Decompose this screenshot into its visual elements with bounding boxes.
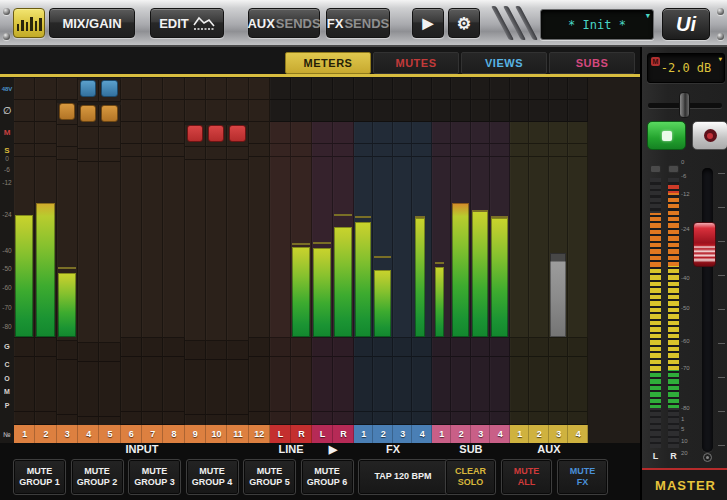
row-label: -60 [0, 285, 14, 292]
master-fader[interactable] [693, 222, 716, 267]
level-meter-bar [313, 248, 331, 337]
peak-hold-indicator [491, 216, 508, 218]
mute-group-6-button[interactable]: MUTEGROUP 6 [301, 459, 354, 495]
channel-strip-input-7: 7 [142, 78, 163, 443]
channel-number: 3 [57, 425, 78, 443]
master-scale-label: -6 [681, 173, 686, 179]
channel-strip-input-4: 4 [78, 78, 99, 443]
toolbar: MIX/GAIN EDIT AUXSENDS FXSENDS ▶ ⚙ * Ini… [0, 0, 727, 47]
level-meter-bar [15, 215, 33, 337]
channel-strip-input-5: 5 [99, 78, 120, 443]
mute-button[interactable] [208, 125, 224, 142]
tab-meters[interactable]: METERS [285, 52, 371, 74]
channel-number: 3 [393, 425, 413, 443]
master-scale-label: -60 [681, 338, 690, 344]
channel-strip-fx-4: 4 [412, 78, 432, 443]
tab-subs[interactable]: SUBS [549, 52, 635, 74]
master-mute-indicator: M [651, 57, 660, 66]
phantom-48v-button[interactable] [80, 80, 96, 97]
channel-number: R [291, 425, 312, 443]
channel-number: 12 [249, 425, 270, 443]
balance-slider-handle[interactable] [679, 92, 690, 118]
master-level-display[interactable]: M -2.0 dB ▼ [647, 53, 725, 83]
channel-number: 2 [451, 425, 471, 443]
mute-group-1-button[interactable]: MUTEGROUP 1 [13, 459, 66, 495]
tap-tempo-button[interactable]: TAP 120 BPM [358, 459, 448, 495]
master-scale-label: 10 [681, 438, 688, 444]
master-meter-label-l: L [650, 451, 661, 461]
mute-group-3-button[interactable]: MUTEGROUP 3 [128, 459, 181, 495]
master-fader-track[interactable] [702, 168, 713, 452]
edit-label: EDIT [159, 16, 189, 31]
peak-hold-indicator [292, 243, 310, 245]
mute-all-button[interactable]: MUTEALL [501, 459, 552, 495]
aux-label: AUX [247, 16, 274, 31]
row-label: -70 [0, 305, 14, 312]
tab-mutes[interactable]: MUTES [373, 52, 459, 74]
channel-number: 11 [227, 425, 248, 443]
channel-number: 1 [432, 425, 452, 443]
preset-display[interactable]: * Init * ▼ [540, 9, 654, 40]
channel-strip-input-8: 8 [163, 78, 184, 443]
level-meter-bar [472, 211, 489, 337]
aux-sends-button[interactable]: AUXSENDS [248, 8, 320, 38]
master-scale-label: -24 [681, 226, 690, 232]
row-label: M [0, 129, 14, 137]
player-button[interactable]: ▶ [412, 8, 444, 38]
edit-button[interactable]: EDIT [150, 8, 224, 38]
peak-hold-indicator [334, 214, 352, 216]
channel-number: 10 [206, 425, 227, 443]
clear-solo-button[interactable]: CLEARSOLO [445, 459, 496, 495]
channel-strip-line-L: L [270, 78, 291, 443]
master-scale-label: -70 [681, 365, 690, 371]
row-label: 0 [0, 156, 14, 163]
channel-number: 2 [529, 425, 549, 443]
channel-number: 4 [78, 425, 99, 443]
fx-label: FX [327, 16, 344, 31]
level-meter-bar [374, 270, 391, 337]
mix-gain-button[interactable]: MIX/GAIN [49, 8, 135, 38]
channel-number: 4 [412, 425, 432, 443]
tab-views[interactable]: VIEWS [461, 52, 547, 74]
master-section: M -2.0 dB ▼ 0-6-12-24-40-50-60-70-801510… [640, 47, 727, 500]
record-button[interactable] [692, 121, 727, 150]
channel-number: 1 [354, 425, 374, 443]
channel-number: 1 [14, 425, 35, 443]
row-label: -80 [0, 324, 14, 331]
phase-invert-button[interactable] [80, 105, 96, 122]
mute-group-4-button[interactable]: MUTEGROUP 4 [186, 459, 239, 495]
media-stop-button[interactable] [647, 121, 686, 150]
settings-button[interactable]: ⚙ [448, 8, 480, 38]
channel-strip-input-11: 11 [227, 78, 248, 443]
channel-strip-input-1: 1 [14, 78, 35, 443]
ui-logo: Ui [662, 8, 710, 40]
mute-group-2-button[interactable]: MUTEGROUP 2 [71, 459, 124, 495]
phase-invert-button[interactable] [101, 105, 117, 122]
row-label: S [0, 147, 14, 155]
phase-invert-button[interactable] [59, 103, 75, 120]
channel-number: 2 [373, 425, 393, 443]
channel-strip-input-10: 10 [206, 78, 227, 443]
screw-icon [3, 33, 10, 40]
channel-strip-sub-4: 4 [490, 78, 510, 443]
mute-button[interactable] [229, 125, 245, 142]
meters-view-button[interactable] [13, 8, 45, 38]
clip-indicator-left [650, 165, 661, 173]
soundcraft-slash-logo [492, 6, 536, 40]
phantom-48v-button[interactable] [101, 80, 117, 97]
group-label-aux: AUX [537, 443, 560, 455]
mute-fx-button[interactable]: MUTEFX [557, 459, 608, 495]
level-meter-bar [334, 227, 352, 337]
mute-group-5-button[interactable]: MUTEGROUP 5 [243, 459, 296, 495]
row-label: P [0, 401, 14, 408]
channel-number: 4 [490, 425, 510, 443]
fx-sends-button[interactable]: FXSENDS [326, 8, 390, 38]
peak-hold-indicator [355, 216, 372, 218]
mix-gain-label: MIX/GAIN [62, 16, 121, 31]
mute-button[interactable] [187, 125, 203, 142]
record-icon [704, 129, 717, 142]
channel-number: 3 [549, 425, 569, 443]
channel-number: 6 [121, 425, 142, 443]
level-meter-bar [36, 203, 54, 337]
channel-number: 2 [35, 425, 56, 443]
